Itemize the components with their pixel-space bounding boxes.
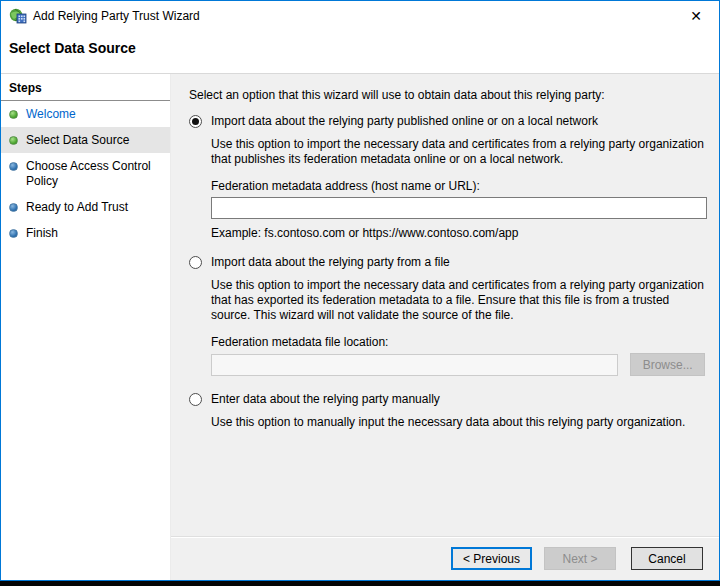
metadata-address-label: Federation metadata address (host name o… [211, 179, 705, 193]
steps-heading: Steps [1, 74, 170, 101]
wizard-window: Add Relying Party Trust Wizard ✕ Select … [0, 0, 720, 581]
wizard-body: Steps Welcome Select Data Source Choose … [1, 73, 719, 580]
intro-text: Select an option that this wizard will u… [189, 88, 705, 102]
step-label: Ready to Add Trust [26, 200, 128, 215]
sidebar-item-select-data-source[interactable]: Select Data Source [1, 127, 170, 153]
close-icon: ✕ [690, 8, 702, 24]
radio-option-import-online[interactable]: Import data about the relying party publ… [189, 114, 705, 128]
title-bar: Add Relying Party Trust Wizard ✕ [1, 1, 719, 31]
step-completed-icon [9, 136, 18, 145]
screen: Add Relying Party Trust Wizard ✕ Select … [0, 0, 720, 586]
browse-button: Browse... [630, 353, 705, 376]
sidebar-item-finish: Finish [1, 220, 170, 246]
cancel-button[interactable]: Cancel [631, 547, 703, 570]
step-label: Finish [26, 226, 58, 241]
file-location-row: Browse... [211, 353, 705, 376]
sidebar-item-welcome[interactable]: Welcome [1, 101, 170, 127]
radio-label: Enter data about the relying party manua… [211, 392, 440, 406]
radio-unselected-icon[interactable] [189, 393, 202, 406]
step-label: Choose Access Control Policy [26, 159, 162, 189]
radio-label: Import data about the relying party publ… [211, 114, 598, 128]
step-pending-icon [9, 162, 18, 171]
step-label: Welcome [26, 107, 76, 122]
step-pending-icon [9, 203, 18, 212]
window-title: Add Relying Party Trust Wizard [33, 9, 200, 23]
sidebar-item-ready-to-add-trust: Ready to Add Trust [1, 194, 170, 220]
radio-option-enter-manually[interactable]: Enter data about the relying party manua… [189, 392, 705, 406]
app-icon [9, 8, 27, 24]
radio-unselected-icon[interactable] [189, 256, 202, 269]
page-title: Select Data Source [1, 31, 719, 73]
button-bar: < Previous Next > Cancel [171, 536, 719, 580]
close-button[interactable]: ✕ [679, 2, 713, 30]
main-content: Select an option that this wizard will u… [171, 74, 719, 536]
option-description: Use this option to manually input the ne… [211, 415, 705, 430]
steps-sidebar: Steps Welcome Select Data Source Choose … [1, 74, 171, 580]
example-text: Example: fs.contoso.com or https://www.c… [211, 226, 705, 240]
radio-option-import-file[interactable]: Import data about the relying party from… [189, 255, 705, 269]
step-label: Select Data Source [26, 133, 129, 148]
metadata-file-label: Federation metadata file location: [211, 335, 705, 349]
radio-selected-icon[interactable] [189, 115, 202, 128]
radio-label: Import data about the relying party from… [211, 255, 450, 269]
step-completed-icon [9, 110, 18, 119]
metadata-address-input[interactable] [211, 197, 707, 219]
metadata-file-input [211, 354, 618, 376]
step-pending-icon [9, 229, 18, 238]
next-button: Next > [544, 547, 616, 570]
option-description: Use this option to import the necessary … [211, 278, 705, 323]
sidebar-item-choose-access-control-policy: Choose Access Control Policy [1, 153, 170, 194]
previous-button[interactable]: < Previous [451, 547, 532, 570]
main-panel: Select an option that this wizard will u… [171, 74, 719, 580]
option-description: Use this option to import the necessary … [211, 137, 705, 167]
